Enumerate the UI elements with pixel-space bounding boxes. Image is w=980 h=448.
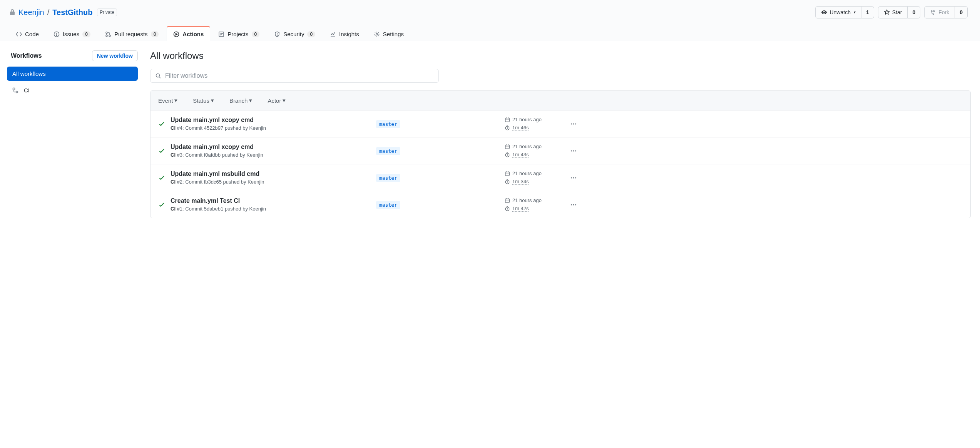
caret-down-icon: ▾	[283, 97, 286, 104]
tab-projects[interactable]: Projects 0	[212, 26, 266, 41]
check-success-icon	[158, 147, 165, 154]
tab-actions[interactable]: Actions	[167, 26, 210, 41]
run-duration: 1m 46s	[512, 125, 529, 131]
code-icon	[16, 31, 22, 37]
star-count[interactable]: 0	[908, 6, 920, 18]
tab-code-label: Code	[25, 31, 39, 37]
svg-point-13	[376, 33, 378, 35]
workflow-run-row[interactable]: Create main.yml Test CICI #1: Commit 5da…	[151, 191, 970, 218]
fork-count[interactable]: 0	[955, 6, 968, 18]
stopwatch-icon	[505, 152, 510, 157]
svg-point-33	[575, 150, 576, 151]
projects-count: 0	[252, 31, 260, 37]
filter-branch[interactable]: Branch▾	[229, 97, 253, 104]
filter-workflows-input[interactable]	[165, 72, 434, 79]
run-subtitle: CI #4: Commit 4522b97 pushed by Keenjin	[171, 125, 371, 131]
lock-icon	[9, 9, 15, 15]
run-main: Update main.yml msbuild cmdCI #2: Commit…	[171, 171, 371, 185]
eye-icon	[821, 9, 827, 15]
run-title[interactable]: Update main.yml xcopy cmd	[171, 144, 371, 150]
project-icon	[218, 31, 224, 37]
svg-point-47	[571, 204, 572, 205]
tab-security[interactable]: Security 0	[268, 26, 322, 41]
tab-pulls-label: Pull requests	[114, 31, 148, 37]
tab-code[interactable]: Code	[9, 26, 45, 41]
shield-icon	[274, 31, 280, 37]
filter-workflows-input-wrap[interactable]	[150, 69, 439, 83]
run-subtitle: CI #1: Commit 5dabeb1 pushed by Keenjin	[171, 206, 371, 212]
svg-point-31	[571, 150, 572, 151]
watch-count[interactable]: 1	[861, 6, 874, 18]
run-duration: 1m 42s	[512, 206, 529, 212]
security-count: 0	[307, 31, 315, 37]
branch-badge[interactable]: master	[376, 120, 400, 128]
run-meta: 21 hours ago1m 42s	[505, 197, 562, 212]
branch-badge[interactable]: master	[376, 147, 400, 155]
caret-down-icon: ▾	[174, 97, 177, 104]
svg-point-23	[571, 123, 572, 124]
tab-issues[interactable]: Issues 0	[47, 26, 97, 41]
repo-tabs: Code Issues 0 Pull requests 0 Actions Pr…	[0, 25, 980, 41]
stopwatch-icon	[505, 125, 510, 130]
repo-link[interactable]: TestGithub	[52, 8, 92, 17]
run-main: Update main.yml xcopy cmdCI #3: Commit f…	[171, 144, 371, 158]
svg-point-4	[106, 35, 107, 37]
sidebar-item-all-workflows[interactable]: All workflows	[7, 67, 138, 81]
workflow-run-row[interactable]: Update main.yml msbuild cmdCI #2: Commit…	[151, 164, 970, 191]
calendar-icon	[505, 117, 510, 122]
filter-event[interactable]: Event▾	[158, 97, 177, 104]
tab-insights-label: Insights	[339, 31, 359, 37]
filter-status[interactable]: Status▾	[193, 97, 214, 104]
run-time: 21 hours ago	[512, 197, 542, 203]
unwatch-label: Unwatch	[829, 8, 850, 16]
run-meta: 21 hours ago1m 34s	[505, 171, 562, 185]
svg-point-49	[575, 204, 576, 205]
new-workflow-button[interactable]: New workflow	[92, 50, 138, 61]
run-menu-button[interactable]	[568, 199, 579, 211]
sidebar-item-ci[interactable]: CI	[7, 83, 138, 97]
run-title[interactable]: Create main.yml Test CI	[171, 197, 371, 204]
issue-icon	[54, 31, 60, 37]
svg-rect-26	[505, 145, 510, 149]
stopwatch-icon	[505, 179, 510, 184]
run-time: 21 hours ago	[512, 171, 542, 176]
branch-badge[interactable]: master	[376, 201, 400, 209]
fork-button[interactable]: Fork	[924, 6, 955, 18]
workflow-run-row[interactable]: Update main.yml xcopy cmdCI #4: Commit 4…	[151, 110, 970, 137]
svg-point-32	[573, 150, 574, 151]
run-menu-button[interactable]	[568, 145, 579, 157]
svg-point-39	[571, 177, 572, 178]
stopwatch-icon	[505, 206, 510, 211]
run-title[interactable]: Update main.yml msbuild cmd	[171, 171, 371, 177]
repo-header: Keenjin / TestGithub Private Unwatch ▾ 1	[0, 0, 980, 41]
sidebar-ci-label: CI	[24, 87, 30, 94]
page-title: All workflows	[150, 50, 971, 61]
sidebar-heading: Workflows	[11, 52, 42, 59]
svg-line-17	[159, 77, 161, 78]
branch-badge[interactable]: master	[376, 174, 400, 182]
filter-actor[interactable]: Actor▾	[268, 97, 286, 104]
svg-point-16	[156, 74, 160, 77]
runs-filter-bar: Event▾ Status▾ Branch▾ Actor▾	[151, 91, 970, 110]
svg-point-41	[575, 177, 576, 178]
path-separator: /	[47, 8, 50, 17]
search-icon	[155, 73, 161, 79]
run-subtitle: CI #3: Commit f0afdbb pushed by Keenjin	[171, 152, 371, 158]
sidebar-all-label: All workflows	[12, 70, 46, 77]
tab-pull-requests[interactable]: Pull requests 0	[99, 26, 165, 41]
run-menu-button[interactable]	[568, 172, 579, 184]
star-button[interactable]: Star	[878, 6, 908, 18]
run-title[interactable]: Update main.yml xcopy cmd	[171, 117, 371, 124]
tab-settings[interactable]: Settings	[367, 26, 410, 41]
svg-point-5	[109, 35, 110, 37]
unwatch-button[interactable]: Unwatch ▾	[815, 6, 861, 18]
svg-point-24	[573, 123, 574, 124]
tab-insights[interactable]: Insights	[323, 26, 366, 41]
run-duration: 1m 34s	[512, 179, 529, 185]
run-menu-button[interactable]	[568, 118, 579, 130]
calendar-icon	[505, 198, 510, 203]
owner-link[interactable]: Keenjin	[18, 8, 44, 17]
run-main: Create main.yml Test CICI #1: Commit 5da…	[171, 197, 371, 212]
run-meta: 21 hours ago1m 46s	[505, 117, 562, 131]
workflow-run-row[interactable]: Update main.yml xcopy cmdCI #3: Commit f…	[151, 137, 970, 164]
